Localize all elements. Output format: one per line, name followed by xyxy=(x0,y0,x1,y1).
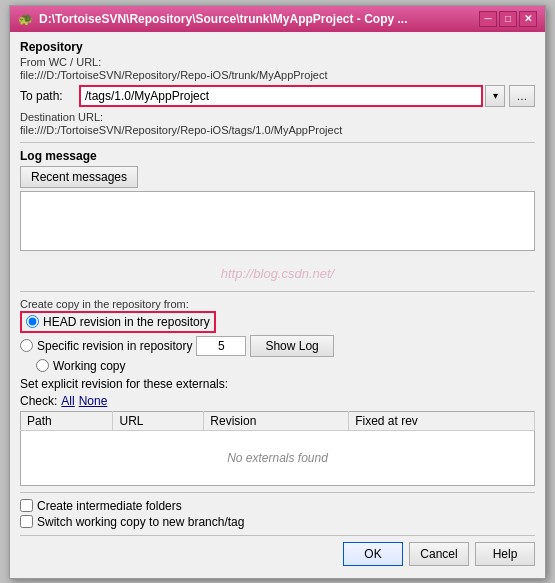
close-button[interactable]: ✕ xyxy=(519,11,537,27)
col-url: URL xyxy=(113,411,204,430)
no-externals-row: No externals found xyxy=(21,430,535,485)
working-copy-radio[interactable] xyxy=(36,359,49,372)
specific-revision-row: Specific revision in repository Show Log xyxy=(20,335,535,357)
col-revision: Revision xyxy=(204,411,349,430)
create-folders-checkbox[interactable] xyxy=(20,499,33,512)
title-bar: 🐢 D:\TortoiseSVN\Repository\Source\trunk… xyxy=(10,6,545,32)
dialog-content: Repository From WC / URL: file:///D:/Tor… xyxy=(10,32,545,578)
check-label: Check: xyxy=(20,394,57,408)
destination-url-text: file:///D:/TortoiseSVN/Repository/Repo-i… xyxy=(20,124,535,136)
from-url-text: file:///D:/TortoiseSVN/Repository/Repo-i… xyxy=(20,69,535,81)
switch-working-label: Switch working copy to new branch/tag xyxy=(37,515,244,529)
col-path: Path xyxy=(21,411,113,430)
copy-from-section: Create copy in the repository from: HEAD… xyxy=(20,298,535,373)
externals-table: Path URL Revision Fixed at rev No extern… xyxy=(20,411,535,486)
cancel-button[interactable]: Cancel xyxy=(409,542,469,566)
to-path-combo-container: ▾ xyxy=(79,85,505,107)
main-window: 🐢 D:\TortoiseSVN\Repository\Source\trunk… xyxy=(9,5,546,579)
repository-section: Repository From WC / URL: file:///D:/Tor… xyxy=(20,40,535,136)
externals-section: Set explicit revision for these external… xyxy=(20,377,535,486)
externals-table-header: Path URL Revision Fixed at rev xyxy=(21,411,535,430)
destination-label: Destination URL: xyxy=(20,111,535,123)
divider-1 xyxy=(20,142,535,143)
minimize-button[interactable]: ─ xyxy=(479,11,497,27)
app-icon: 🐢 xyxy=(18,12,33,26)
help-button[interactable]: Help xyxy=(475,542,535,566)
working-copy-row: Working copy xyxy=(20,359,535,373)
recent-messages-button[interactable]: Recent messages xyxy=(20,166,138,188)
title-bar-left: 🐢 D:\TortoiseSVN\Repository\Source\trunk… xyxy=(18,12,408,26)
head-revision-radio[interactable] xyxy=(26,315,39,328)
title-buttons: ─ □ ✕ xyxy=(479,11,537,27)
footer-buttons: OK Cancel Help xyxy=(20,542,535,570)
working-copy-label: Working copy xyxy=(53,359,125,373)
window-title: D:\TortoiseSVN\Repository\Source\trunk\M… xyxy=(39,12,408,26)
specific-revision-label: Specific revision in repository xyxy=(37,339,192,353)
externals-header-row: Set explicit revision for these external… xyxy=(20,377,535,391)
externals-check-row: Check: All None xyxy=(20,394,535,408)
to-path-input[interactable] xyxy=(79,85,483,107)
create-folders-label: Create intermediate folders xyxy=(37,499,182,513)
no-externals-text: No externals found xyxy=(21,430,535,485)
revision-number-input[interactable] xyxy=(196,336,246,356)
check-none-button[interactable]: None xyxy=(79,394,108,408)
head-revision-row: HEAD revision in the repository xyxy=(20,311,216,333)
divider-2 xyxy=(20,291,535,292)
from-wc-label: From WC / URL: xyxy=(20,56,535,68)
switch-working-checkbox[interactable] xyxy=(20,515,33,528)
create-folders-row: Create intermediate folders xyxy=(20,499,535,513)
to-path-row: To path: ▾ … xyxy=(20,85,535,107)
to-path-label: To path: xyxy=(20,89,75,103)
col-fixed-at-rev: Fixed at rev xyxy=(349,411,535,430)
log-message-textarea[interactable] xyxy=(20,191,535,251)
log-message-label: Log message xyxy=(20,149,535,163)
to-path-dropdown-arrow[interactable]: ▾ xyxy=(485,85,505,107)
watermark-text: http://blog.csdn.net/ xyxy=(20,258,535,285)
copy-from-label: Create copy in the repository from: xyxy=(20,298,535,310)
externals-label: Set explicit revision for these external… xyxy=(20,377,228,391)
divider-3 xyxy=(20,492,535,493)
to-path-browse-button[interactable]: … xyxy=(509,85,535,107)
show-log-button[interactable]: Show Log xyxy=(250,335,333,357)
head-revision-label: HEAD revision in the repository xyxy=(43,315,210,329)
maximize-button[interactable]: □ xyxy=(499,11,517,27)
footer-divider xyxy=(20,535,535,536)
specific-revision-radio[interactable] xyxy=(20,339,33,352)
ok-button[interactable]: OK xyxy=(343,542,403,566)
log-message-section: Log message Recent messages xyxy=(20,149,535,254)
bottom-checkboxes: Create intermediate folders Switch worki… xyxy=(20,499,535,529)
check-all-button[interactable]: All xyxy=(61,394,74,408)
repository-label: Repository xyxy=(20,40,535,54)
switch-working-row: Switch working copy to new branch/tag xyxy=(20,515,535,529)
